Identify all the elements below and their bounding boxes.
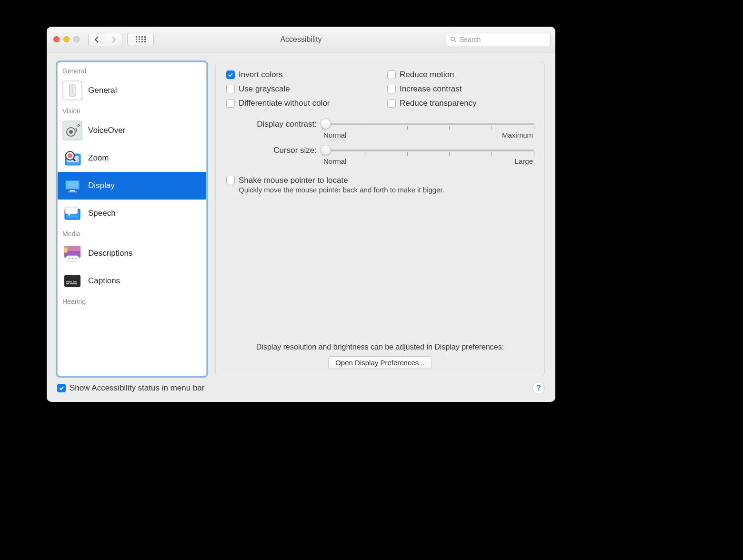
- sidebar-item-label: Speech: [88, 209, 116, 218]
- sidebar-item-voiceover[interactable]: 🔊 VoiceOver: [58, 117, 206, 144]
- zoom-window-button[interactable]: [73, 36, 80, 42]
- shake-mouse-row: Shake mouse pointer to locate Quickly mo…: [226, 176, 534, 195]
- sidebar-item-speech[interactable]: Speech: [58, 200, 206, 227]
- general-icon: [62, 80, 82, 100]
- cursor-size-label: Cursor size:: [226, 146, 317, 155]
- sidebar-section-media: Media: [58, 227, 206, 240]
- svg-rect-4: [71, 86, 73, 95]
- cursor-size-slider[interactable]: [322, 146, 534, 155]
- sidebar-section-hearing: Hearing: [58, 295, 206, 307]
- checkbox-icon: [57, 384, 66, 392]
- cursor-size-row: Cursor size: Normal Large: [226, 146, 534, 165]
- sidebar-section-vision: Vision: [58, 104, 206, 117]
- checkbox-label: Invert colors: [239, 70, 283, 80]
- svg-text:🔊: 🔊: [77, 123, 81, 127]
- svg-point-22: [64, 247, 68, 253]
- search-field[interactable]: [446, 33, 551, 46]
- checkbox-label: Reduce motion: [400, 70, 454, 80]
- use-grayscale-checkbox[interactable]: Use grayscale: [226, 84, 373, 94]
- svg-point-7: [69, 130, 73, 134]
- svg-rect-27: [64, 275, 80, 287]
- category-sidebar[interactable]: General General Vision: [57, 62, 207, 376]
- increase-contrast-checkbox[interactable]: Increase contrast: [387, 84, 534, 94]
- sidebar-item-captions[interactable]: Captions: [58, 267, 206, 295]
- sidebar-item-label: General: [88, 86, 117, 95]
- sidebar-item-display[interactable]: Display: [58, 172, 206, 200]
- sidebar-item-label: VoiceOver: [88, 126, 125, 135]
- shake-mouse-subtext: Quickly move the mouse pointer back and …: [239, 186, 444, 194]
- slider-knob[interactable]: [321, 119, 331, 129]
- checkbox-icon: [387, 70, 396, 79]
- slider-max-label: Large: [515, 157, 533, 165]
- svg-point-26: [75, 258, 77, 260]
- close-window-button[interactable]: [53, 36, 60, 42]
- svg-point-24: [68, 258, 70, 260]
- slider-max-label: Maximum: [502, 131, 533, 139]
- sidebar-item-descriptions[interactable]: Descriptions: [58, 240, 206, 267]
- checkbox-label: Show Accessibility status in menu bar: [70, 383, 204, 393]
- checkbox-label: Use grayscale: [239, 84, 290, 94]
- minimize-window-button[interactable]: [63, 36, 70, 42]
- sidebar-item-zoom[interactable]: Zoom: [58, 144, 206, 172]
- checkbox-label: Increase contrast: [400, 84, 462, 94]
- sidebar-item-label: Display: [88, 181, 115, 190]
- search-icon: [450, 36, 457, 43]
- back-button[interactable]: [88, 33, 105, 46]
- checkbox-icon: [226, 85, 235, 93]
- invert-colors-checkbox[interactable]: Invert colors: [226, 70, 373, 80]
- grid-icon: [136, 36, 145, 43]
- sidebar-item-general[interactable]: General: [58, 77, 206, 104]
- chevron-right-icon: [111, 36, 116, 43]
- window-footer: Show Accessibility status in menu bar ?: [47, 382, 555, 402]
- reduce-motion-checkbox[interactable]: Reduce motion: [387, 70, 534, 80]
- search-input[interactable]: [460, 36, 546, 43]
- display-checkboxes: Invert colors Reduce motion Use grayscal…: [226, 70, 534, 108]
- show-all-button[interactable]: [127, 33, 154, 46]
- display-contrast-slider[interactable]: [322, 120, 534, 129]
- show-in-menu-bar-checkbox[interactable]: Show Accessibility status in menu bar: [57, 383, 204, 393]
- chevron-left-icon: [94, 36, 99, 43]
- slider-knob[interactable]: [321, 145, 331, 155]
- svg-rect-17: [68, 191, 77, 192]
- display-prefs-note-text: Display resolution and brightness can be…: [256, 343, 504, 351]
- checkbox-label: Reduce transparency: [400, 99, 477, 108]
- preferences-body: General General Vision: [47, 52, 555, 382]
- checkbox-label: Differentiate without color: [239, 99, 330, 108]
- display-icon: [62, 176, 82, 196]
- speech-icon: [62, 203, 82, 223]
- display-prefs-note: Display resolution and brightness can be…: [226, 343, 534, 369]
- sidebar-item-label: Captions: [88, 276, 120, 286]
- window-controls: [53, 36, 80, 42]
- svg-rect-16: [70, 190, 75, 191]
- shake-mouse-checkbox[interactable]: Shake mouse pointer to locate Quickly mo…: [226, 176, 444, 195]
- diff-without-color-checkbox[interactable]: Differentiate without color: [226, 99, 373, 108]
- captions-icon: [62, 271, 82, 291]
- slider-min-label: Normal: [323, 157, 346, 165]
- sidebar-item-label: Zoom: [88, 153, 109, 163]
- display-settings-pane: Invert colors Reduce motion Use grayscal…: [215, 62, 545, 376]
- checkbox-icon: [226, 99, 235, 108]
- checkbox-icon: [226, 70, 235, 79]
- help-button[interactable]: ?: [532, 382, 545, 394]
- svg-rect-29: [73, 281, 77, 282]
- forward-button[interactable]: [105, 33, 122, 46]
- open-display-preferences-button[interactable]: Open Display Preferences...: [328, 356, 432, 369]
- accessibility-window: Accessibility General General: [47, 27, 555, 402]
- help-icon: ?: [536, 384, 541, 392]
- svg-point-0: [451, 37, 455, 40]
- shake-mouse-label: Shake mouse pointer to locate: [239, 176, 348, 185]
- svg-line-1: [454, 40, 456, 42]
- checkbox-icon: [387, 85, 396, 93]
- svg-rect-28: [66, 281, 72, 282]
- svg-rect-31: [70, 283, 77, 284]
- sidebar-section-general: General: [58, 64, 206, 77]
- nav-buttons: [88, 33, 122, 46]
- display-contrast-row: Display contrast: Normal Maxim: [226, 120, 534, 139]
- sidebar-item-label: Descriptions: [88, 249, 133, 258]
- reduce-transparency-checkbox[interactable]: Reduce transparency: [387, 99, 534, 108]
- checkbox-icon: [226, 176, 235, 184]
- checkbox-icon: [387, 99, 396, 108]
- svg-point-12: [68, 153, 72, 158]
- zoom-icon: [62, 148, 82, 168]
- svg-rect-30: [66, 283, 69, 284]
